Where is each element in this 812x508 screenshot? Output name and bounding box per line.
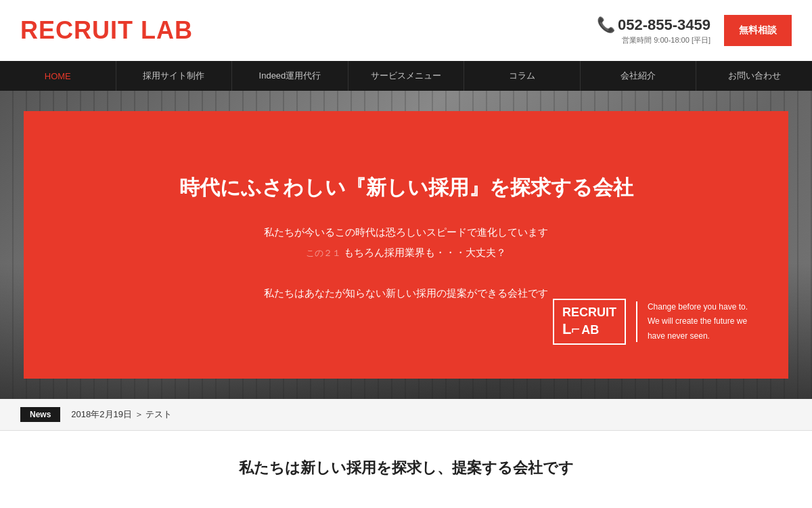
main-nav: HOME 採用サイト制作 Indeed運用代行 サービスメニュー コラム 会社紹… [0, 61, 812, 91]
news-text[interactable]: 2018年2月19日 ＞ テスト [71, 408, 172, 421]
free-consultation-button[interactable]: 無料相談 [724, 15, 792, 46]
hero-section: わざ 待つ 時代にふさわしい『新しい採用』を探求する会社 私たちが今いるこの時代… [0, 91, 812, 399]
lab-bracket: L⌐ [562, 320, 580, 338]
main-section: 私たちは新しい採用を探求し、提案する会社です [0, 431, 812, 492]
header-right: 📞052-855-3459 営業時間 9:00-18:00 [平日] 無料相談 [597, 15, 792, 46]
hero-sub1: 私たちが今いるこの時代は恐ろしいスピードで進化しています [264, 226, 548, 238]
tagline1: Change before you have to. [648, 302, 748, 312]
nav-item-indeed[interactable]: Indeed運用代行 [232, 61, 348, 91]
hero-main-heading: 時代にふさわしい『新しい採用』を探求する会社 [179, 173, 633, 202]
news-bar: News 2018年2月19日 ＞ テスト [0, 399, 812, 431]
hero-logo-line2: L⌐AB [562, 320, 616, 338]
tagline2: We will create the future we [648, 316, 747, 326]
hero-logo-line1: RECRUIT [562, 305, 616, 320]
hero-sub3: 私たちはあなたが知らない新しい採用の提案ができる会社です [264, 287, 548, 299]
news-badge: News [20, 407, 60, 422]
phone-number: 📞052-855-3459 [597, 16, 710, 34]
hero-red-overlay: 時代にふさわしい『新しい採用』を探求する会社 私たちが今いるこの時代は恐ろしいス… [24, 111, 788, 379]
site-logo: RECRUIT LAB [20, 16, 193, 45]
nav-item-company[interactable]: 会社紹介 [581, 61, 697, 91]
section-title: 私たちは新しい採用を探求し、提案する会社です [20, 458, 792, 478]
nav-item-column[interactable]: コラム [464, 61, 581, 91]
hero-sub2: もちろん採用業界も・・・大丈夫？ [344, 247, 506, 258]
nav-item-services[interactable]: サービスメニュー [348, 61, 465, 91]
nav-item-home[interactable]: HOME [0, 61, 116, 91]
header: RECRUIT LAB 📞052-855-3459 営業時間 9:00-18:0… [0, 0, 812, 61]
hero-divider [636, 301, 637, 342]
hero-subtext: 私たちが今いるこの時代は恐ろしいスピードで進化しています この２１ もちろん採用… [264, 222, 548, 303]
hero-bottom-branding: RECRUIT L⌐AB Change before you have to. … [553, 299, 748, 345]
nav-item-contact[interactable]: お問い合わせ [696, 61, 812, 91]
phone-area: 📞052-855-3459 営業時間 9:00-18:00 [平日] [597, 16, 710, 45]
lab-text: AB [581, 323, 599, 338]
hero-tagline: Change before you have to. We will creat… [648, 300, 748, 344]
phone-icon: 📞 [597, 16, 615, 33]
business-hours: 営業時間 9:00-18:00 [平日] [597, 35, 710, 45]
nav-item-recruitment-site[interactable]: 採用サイト制作 [116, 61, 233, 91]
hero-logo-white: RECRUIT L⌐AB [553, 299, 626, 345]
hero-faded-mid: この２１ [306, 248, 344, 258]
tagline3: have never seen. [648, 331, 710, 341]
